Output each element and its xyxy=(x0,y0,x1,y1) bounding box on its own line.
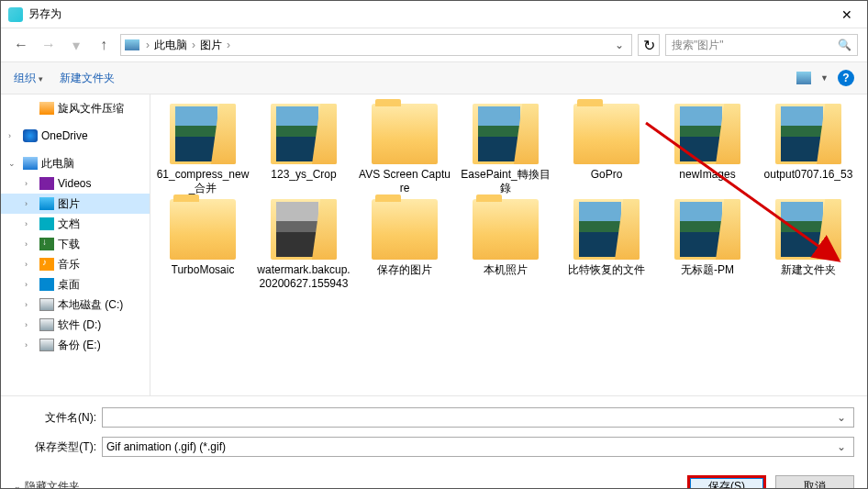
sidebar-item-0[interactable]: 旋风文件压缩 xyxy=(1,98,150,118)
folder-item[interactable]: 123_ys_Crop xyxy=(257,104,351,195)
filetype-dropdown-icon[interactable]: ⌄ xyxy=(833,440,850,453)
folder-icon xyxy=(573,199,640,260)
sidebar-item-label: 旋风文件压缩 xyxy=(58,101,124,117)
pc-icon xyxy=(23,157,38,170)
chevron-icon: › xyxy=(25,260,36,269)
folder-label: EasePaint_轉換目錄 xyxy=(459,168,552,195)
breadcrumb-dropdown[interactable]: ⌄ xyxy=(611,39,628,51)
video-icon xyxy=(39,177,54,190)
folder-label: 123_ys_Crop xyxy=(271,168,336,182)
filetype-select[interactable]: Gif animation (.gif) (*.gif) ⌄ xyxy=(102,437,854,457)
folder-item[interactable]: TurboMosaic xyxy=(156,199,250,291)
folder-icon xyxy=(674,199,740,260)
folder-label: TurboMosaic xyxy=(172,263,235,277)
save-button[interactable]: 保存(S) xyxy=(687,475,766,489)
sidebar-item-label: 文档 xyxy=(58,217,80,232)
folder-label: 61_compress_new_合并 xyxy=(156,168,250,195)
file-grid: 61_compress_new_合并123_ys_CropAVS Screen … xyxy=(150,94,867,395)
help-button[interactable]: ? xyxy=(838,70,854,86)
breadcrumb-segment[interactable]: 图片 xyxy=(200,38,222,53)
filename-dropdown-icon[interactable]: ⌄ xyxy=(833,411,850,424)
folder-icon xyxy=(170,104,236,164)
music-icon xyxy=(39,258,54,271)
folder-item[interactable]: EasePaint_轉換目錄 xyxy=(459,104,552,195)
folder-icon xyxy=(372,104,438,164)
folder-label: output0707.16_53 xyxy=(764,168,853,182)
chevron-icon: › xyxy=(25,320,36,329)
cancel-button[interactable]: 取消 xyxy=(775,475,854,489)
folder-icon xyxy=(775,104,841,164)
folder-item[interactable]: 61_compress_new_合并 xyxy=(156,104,250,195)
folder-label: 无标题-PM xyxy=(681,263,734,277)
folder-icon xyxy=(473,104,539,164)
sidebar: 旋风文件压缩›OneDrive⌄此电脑›Videos›图片›文档›下载›音乐›桌… xyxy=(1,94,150,395)
refresh-button[interactable]: ↻ xyxy=(638,34,660,56)
sidebar-item-6[interactable]: ›下载 xyxy=(1,234,150,254)
chevron-icon: › xyxy=(25,340,36,350)
sidebar-item-label: OneDrive xyxy=(41,129,88,142)
sidebar-item-1[interactable]: ›OneDrive xyxy=(1,126,150,146)
chevron-icon: › xyxy=(8,131,19,140)
sidebar-item-11[interactable]: ›备份 (E:) xyxy=(1,335,150,355)
filename-label: 文件名(N): xyxy=(14,410,102,426)
search-input[interactable]: 搜索"图片" 🔍 xyxy=(665,34,858,56)
drive-icon xyxy=(39,298,54,311)
forward-button[interactable]: → xyxy=(38,34,60,56)
onedrive-icon xyxy=(23,129,38,142)
folder-icon xyxy=(775,199,841,260)
folder-label: AVS Screen Capture xyxy=(358,168,451,195)
search-icon: 🔍 xyxy=(838,39,851,51)
hide-folders-toggle[interactable]: ⌄ 隐藏文件夹 xyxy=(14,479,80,490)
breadcrumb[interactable]: › 此电脑 › 图片 › ⌄ xyxy=(120,34,632,56)
sidebar-item-7[interactable]: ›音乐 xyxy=(1,254,150,274)
folder-item[interactable]: 新建文件夹 xyxy=(762,199,855,291)
folder-item[interactable]: 无标题-PM xyxy=(661,199,754,291)
sidebar-item-label: 软件 (D:) xyxy=(58,317,101,333)
folder-label: 比特恢复的文件 xyxy=(568,263,645,277)
chevron-icon: › xyxy=(25,300,36,309)
chevron-icon: › xyxy=(25,219,36,228)
view-options-button[interactable] xyxy=(796,72,811,84)
folder-icon xyxy=(473,199,539,260)
folder-label: newImages xyxy=(679,168,735,182)
folder-label: watermark.bakcup.20200627.155943 xyxy=(257,263,351,291)
view-dropdown-icon[interactable]: ▼ xyxy=(820,73,829,83)
folder-icon xyxy=(372,199,438,260)
folder-item[interactable]: newImages xyxy=(661,104,754,195)
folder-label: 本机照片 xyxy=(484,263,528,277)
filetype-label: 保存类型(T): xyxy=(14,439,102,455)
sidebar-item-2[interactable]: ⌄此电脑 xyxy=(1,153,150,173)
folder-item[interactable]: AVS Screen Capture xyxy=(358,104,451,195)
close-button[interactable]: ✕ xyxy=(826,1,867,28)
down-icon xyxy=(39,238,54,250)
breadcrumb-segment[interactable]: 此电脑 xyxy=(154,38,187,53)
sidebar-item-3[interactable]: ›Videos xyxy=(1,173,150,194)
chevron-right-icon: › xyxy=(143,39,152,51)
new-folder-button[interactable]: 新建文件夹 xyxy=(60,71,115,86)
folder-item[interactable]: output0707.16_53 xyxy=(762,104,855,195)
sidebar-item-4[interactable]: ›图片 xyxy=(1,194,150,214)
organize-menu[interactable]: 组织 xyxy=(14,71,43,86)
folder-item[interactable]: watermark.bakcup.20200627.155943 xyxy=(257,199,351,291)
sidebar-item-label: Videos xyxy=(58,177,91,190)
sidebar-item-label: 音乐 xyxy=(58,257,80,272)
up-button[interactable]: ↑ xyxy=(93,34,115,56)
desktop-icon xyxy=(39,278,54,291)
folder-item[interactable]: 保存的图片 xyxy=(358,199,451,291)
folder-label: 新建文件夹 xyxy=(781,263,836,277)
filename-input[interactable]: ⌄ xyxy=(102,407,854,428)
sidebar-item-9[interactable]: ›本地磁盘 (C:) xyxy=(1,295,150,315)
sidebar-item-8[interactable]: ›桌面 xyxy=(1,274,150,295)
sidebar-item-label: 本地磁盘 (C:) xyxy=(58,297,123,313)
docs-icon xyxy=(39,217,54,230)
folder-icon xyxy=(170,199,236,260)
folder-item[interactable]: 比特恢复的文件 xyxy=(560,199,653,291)
back-button[interactable]: ← xyxy=(10,34,32,56)
folder-item[interactable]: GoPro xyxy=(560,104,653,195)
recent-dropdown[interactable]: ▾ xyxy=(65,34,87,56)
sidebar-item-10[interactable]: ›软件 (D:) xyxy=(1,315,150,335)
folder-icon xyxy=(573,104,640,164)
chevron-icon: › xyxy=(25,199,36,208)
folder-item[interactable]: 本机照片 xyxy=(459,199,552,291)
sidebar-item-5[interactable]: ›文档 xyxy=(1,214,150,234)
